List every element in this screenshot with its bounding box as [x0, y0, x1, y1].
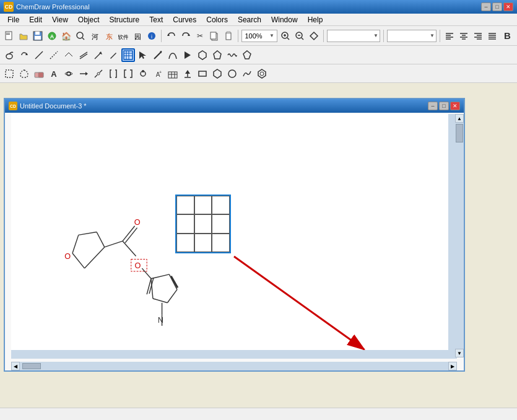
toolbar-icon-2[interactable] — [17, 29, 30, 43]
scroll-right-button[interactable]: ▶ — [448, 362, 457, 370]
toolbar-icon-1[interactable] — [2, 29, 15, 43]
menu-view[interactable]: View — [47, 14, 73, 25]
toolbar-icon-7[interactable]: 河 — [88, 29, 101, 43]
toolbar-icon-4[interactable]: A — [45, 29, 58, 43]
rect-tool[interactable] — [196, 67, 209, 81]
wedge-tool[interactable] — [62, 48, 76, 62]
horizontal-scrollbar[interactable]: ◀ ▶ — [11, 362, 457, 370]
close-button[interactable]: ✕ — [503, 2, 513, 11]
arrow-right-tool[interactable] — [77, 67, 90, 81]
menu-object[interactable]: Object — [73, 14, 105, 25]
toolbar-icon-8[interactable]: 东 — [102, 29, 115, 43]
zoom-in-button[interactable] — [279, 29, 292, 43]
text-tool[interactable]: A — [47, 67, 61, 81]
rotate-tool[interactable] — [17, 48, 31, 62]
resize-tool[interactable]: A+ — [151, 67, 165, 81]
copy-button[interactable] — [207, 29, 220, 43]
menu-file[interactable]: File — [2, 14, 24, 25]
svg-marker-76 — [85, 72, 88, 76]
vertical-scrollbar[interactable]: ▲ ▼ — [455, 114, 464, 357]
upload-tool[interactable] — [181, 67, 194, 81]
style-combo[interactable]: ▼ — [327, 30, 380, 42]
rect-bracket-tool[interactable] — [121, 67, 135, 81]
fit-page-button[interactable] — [307, 29, 320, 43]
font-combo[interactable]: ▼ — [387, 30, 437, 42]
redo-button[interactable] — [179, 29, 192, 43]
atom-tool[interactable] — [62, 67, 76, 81]
toolbar-icon-3[interactable] — [31, 29, 44, 43]
menu-curves[interactable]: Curves — [168, 14, 201, 25]
bracket-tool[interactable] — [106, 67, 120, 81]
erase-tool[interactable] — [32, 67, 46, 81]
svg-rect-4 — [35, 32, 40, 35]
play-tool[interactable] — [181, 48, 194, 62]
svg-line-120 — [171, 276, 178, 288]
scroll-left-button[interactable]: ◀ — [11, 362, 20, 370]
align-center-button[interactable] — [458, 29, 471, 43]
svg-line-78 — [100, 70, 102, 72]
svg-line-51 — [65, 53, 69, 56]
align-left-button[interactable] — [443, 29, 456, 43]
hexagon2-tool[interactable] — [211, 67, 224, 81]
zoom-control[interactable]: 100% ▼ — [241, 30, 277, 42]
rect-select-tool[interactable] — [2, 67, 16, 81]
doc-maximize-button[interactable]: □ — [439, 102, 449, 110]
menu-search[interactable]: Search — [233, 14, 266, 25]
scroll-up-button[interactable]: ▲ — [455, 114, 464, 123]
paste-button[interactable] — [222, 29, 235, 43]
table-tool[interactable] — [121, 48, 135, 62]
pentagon-tool[interactable] — [211, 48, 224, 62]
table-cell — [212, 214, 230, 233]
ring5-tool[interactable] — [240, 48, 254, 62]
svg-line-50 — [50, 51, 58, 59]
align-right-button[interactable] — [472, 29, 485, 43]
zoom-out-button[interactable] — [293, 29, 306, 43]
scroll-thumb-horizontal[interactable] — [22, 363, 41, 369]
doc-close-button[interactable]: ✕ — [450, 102, 460, 110]
line-tool[interactable] — [32, 48, 46, 62]
cut-button[interactable]: ✂ — [193, 29, 206, 43]
wave2-tool[interactable] — [240, 67, 254, 81]
select-arrow-tool[interactable] — [136, 48, 150, 62]
toolbar-icon-9[interactable]: 软件 — [116, 29, 129, 43]
toolbar-icon-5[interactable]: 🏠 — [59, 29, 72, 43]
bold-button[interactable]: B — [500, 28, 515, 43]
secondary-toolbar: A A+ — [0, 64, 517, 83]
svg-marker-68 — [243, 51, 251, 59]
menu-help[interactable]: Help — [303, 14, 328, 25]
menu-colors[interactable]: Colors — [201, 14, 233, 25]
minimize-button[interactable]: – — [481, 2, 491, 11]
arrow-tool[interactable] — [92, 48, 105, 62]
curve-tool[interactable] — [166, 48, 180, 62]
undo-button[interactable] — [165, 29, 178, 43]
toolbar-icon-11[interactable]: i — [145, 29, 158, 43]
menu-edit[interactable]: Edit — [24, 14, 47, 25]
maximize-button[interactable]: □ — [492, 2, 502, 11]
svg-rect-71 — [38, 72, 43, 77]
dashed-line-tool[interactable] — [47, 48, 61, 62]
doc-minimize-button[interactable]: – — [428, 102, 438, 110]
table2-tool[interactable] — [166, 67, 180, 81]
scroll-down-button[interactable]: ▼ — [455, 349, 464, 357]
circle-tool[interactable] — [225, 67, 239, 81]
pen-tool[interactable] — [106, 48, 120, 62]
toolbar-icon-10[interactable]: 园 — [131, 29, 144, 43]
bond-break-tool[interactable] — [92, 67, 105, 81]
align-justify-button[interactable] — [486, 29, 499, 43]
toolbar-icon-6[interactable] — [74, 29, 87, 43]
hexagon-tool[interactable] — [196, 48, 209, 62]
chem-table[interactable] — [175, 195, 231, 253]
rotate-bond-tool[interactable] — [136, 67, 150, 81]
svg-line-29 — [302, 38, 303, 40]
menu-structure[interactable]: Structure — [105, 14, 145, 25]
scroll-thumb-vertical[interactable] — [456, 124, 463, 142]
ring6-tool[interactable] — [255, 67, 269, 81]
menu-window[interactable]: Window — [266, 14, 303, 25]
app-icon: CD — [4, 2, 14, 12]
lasso-tool[interactable] — [2, 48, 16, 62]
lasso2-tool[interactable] — [17, 67, 31, 81]
double-line-tool[interactable] — [77, 48, 90, 62]
bond-tool[interactable] — [151, 48, 165, 62]
wave-tool[interactable] — [225, 48, 239, 62]
menu-text[interactable]: Text — [144, 14, 168, 25]
